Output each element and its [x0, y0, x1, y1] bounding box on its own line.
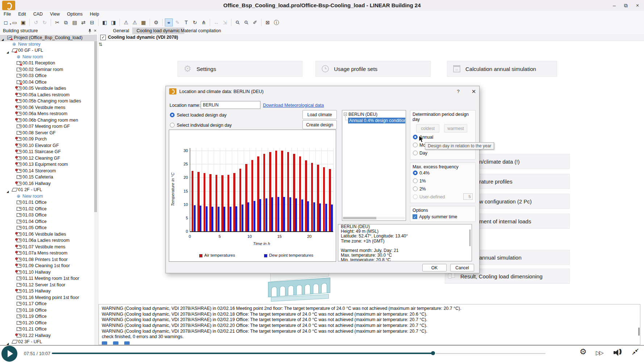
menu-file[interactable]: File	[0, 11, 14, 17]
tree-item[interactable]: 01.18 Office	[0, 307, 97, 314]
tree-item[interactable]: 01.21 Office	[0, 326, 97, 333]
freq-1-radio[interactable]	[413, 178, 418, 183]
tree-item[interactable]: 00.04 Office	[0, 79, 97, 86]
tree-item[interactable]: 00.01 Reception	[0, 60, 97, 67]
volume-icon[interactable]: ))	[614, 349, 624, 357]
tree-item[interactable]: 00.09 Porch	[0, 136, 97, 143]
settings-button[interactable]: ⚙ Settings	[177, 61, 302, 77]
menu-edit[interactable]: Edit	[14, 11, 30, 17]
tree-item[interactable]: 00.02 Seminar room	[0, 67, 97, 73]
tree-item[interactable]: 00.11 Staircase GF	[0, 149, 97, 155]
log-scrollbar-thumb[interactable]	[638, 328, 640, 336]
minimize-button[interactable]: –	[609, 1, 620, 9]
freq-2-radio[interactable]	[413, 186, 418, 191]
download-meteorological-data-link[interactable]: Download Meteorological data	[263, 103, 324, 108]
delete-icon[interactable]: ⊠	[264, 18, 272, 26]
tree-item[interactable]: 00.08 Server GF	[0, 130, 97, 136]
tree-item[interactable]: 00.14 Storeroom	[0, 168, 97, 174]
panel-left-icon[interactable]: ◧	[101, 18, 109, 26]
tree-item[interactable]: 00.16 Hallway	[0, 181, 97, 187]
tree-item[interactable]: 00.06a Mens restroom	[0, 111, 97, 117]
sidebar-close-icon[interactable]: ×	[94, 28, 97, 33]
tree-item[interactable]: ⊕New room	[0, 193, 97, 200]
hierarchy-icon[interactable]: ⋔	[200, 18, 208, 26]
expand-arrow-icon[interactable]: ◢	[7, 341, 9, 345]
panel-right-icon[interactable]: ◨	[109, 18, 117, 26]
tab-general[interactable]: General	[109, 28, 133, 34]
tree-item[interactable]: 00.06 Vestibule mens	[0, 105, 97, 111]
menu-options[interactable]: Options	[63, 11, 86, 17]
tree-item[interactable]: 01.02 Office	[0, 206, 97, 212]
settings-gear-icon[interactable]: ⚙	[152, 18, 160, 26]
dialog-close-button[interactable]: ✕	[469, 88, 478, 95]
check-warning-a-icon[interactable]: ⚠	[122, 18, 130, 26]
redo-icon[interactable]: ↻	[41, 18, 49, 26]
tree-item[interactable]: ⊕New room	[0, 54, 97, 60]
select-individual-design-day-radio[interactable]	[170, 123, 175, 127]
select-loaded-design-day-radio[interactable]	[170, 113, 175, 117]
tree-item[interactable]: 01.07a Mens restroom	[0, 250, 97, 257]
text-icon[interactable]: T	[182, 18, 190, 26]
close-button[interactable]: ×	[632, 1, 643, 9]
tree-item[interactable]: 01.11 Meeting room 1st floor	[0, 275, 97, 282]
tree-item[interactable]: 01.19 Office	[0, 313, 97, 320]
playback-speed-icon[interactable]: ▷▷	[596, 349, 603, 356]
freq-04-radio[interactable]	[413, 171, 418, 175]
tree-item[interactable]: 01.17 Office	[0, 301, 97, 307]
tree-item[interactable]: 01.16 Meeting point 1st floor	[0, 295, 97, 301]
tree-hscrollbar[interactable]	[343, 217, 405, 219]
warmest-button[interactable]: warmest	[444, 124, 467, 132]
dialog-help-button[interactable]: ?	[454, 89, 463, 94]
tree-item[interactable]: 00.06b Changing room men	[0, 117, 97, 124]
tab-material-compilation[interactable]: Material compilation	[176, 28, 225, 34]
ok-button[interactable]: OK	[422, 264, 447, 272]
dialog-title-bar[interactable]: Location and climate data: BERLIN (DEU) …	[166, 86, 479, 97]
freq-user-defined-radio[interactable]	[413, 194, 418, 199]
apply-summer-time-checkbox[interactable]: ✓	[413, 214, 417, 219]
tree-item[interactable]: 01.09 Cleaning 1st floor	[0, 263, 97, 269]
info-scrollbar-thumb[interactable]	[469, 230, 471, 246]
tree-item[interactable]: 01.15 Hallway	[0, 288, 97, 295]
day-radio[interactable]	[413, 151, 418, 155]
tree-item[interactable]: 00.05 Vestibule ladies	[0, 85, 97, 92]
tree-item[interactable]: 01.06 Vestibule ladies	[0, 231, 97, 238]
tree-item[interactable]: 01.04 Office	[0, 219, 97, 225]
tree-item[interactable]: 00.05b Changing room ladies	[0, 98, 97, 105]
create-design-day-button[interactable]: Create design day	[302, 120, 337, 129]
tree-selected-node[interactable]: Annual 0.4% design conditions (	[348, 118, 405, 123]
restore-button[interactable]: ⧉	[620, 1, 632, 9]
calculation-table-icon[interactable]: ▦	[139, 18, 147, 26]
tree-item[interactable]: 00.15 Cafeteria	[0, 174, 97, 181]
tree-item[interactable]: 01.10 Hallway	[0, 269, 97, 276]
location-info-box[interactable]: BERLIN (DEU)Height: 49 m (MSL)Latitude: …	[338, 224, 472, 261]
info-icon[interactable]: ⓘ	[272, 18, 280, 26]
measure-icon[interactable]: ↔	[212, 18, 220, 26]
copy-icon[interactable]: ⧉	[62, 18, 70, 26]
tree-item[interactable]: 00.13 Equipment room	[0, 161, 97, 168]
tree-item[interactable]: 01.05 Office	[0, 225, 97, 231]
tree-item[interactable]: 00.03 Office	[0, 73, 97, 79]
calculation-annual-simulation-button[interactable]: 31 Calculation annual simulation	[447, 61, 557, 77]
tree-item[interactable]: 01.22 Hallway	[0, 333, 97, 339]
tree-item[interactable]: 01.20 Office	[0, 320, 97, 327]
progress-track[interactable]	[436, 353, 545, 354]
tree-item[interactable]: 01.07 Vestibule mens	[0, 244, 97, 251]
tree-item[interactable]: 01.06a Ladies restroom	[0, 237, 97, 244]
shrink-player-icon[interactable]: ↙↗	[632, 348, 639, 355]
tree-item[interactable]: 01.08 Printers 1st floor	[0, 257, 97, 263]
tree-item[interactable]: ◢Project (Office_Bsp_Cooling_load)	[0, 35, 97, 41]
progress-handle[interactable]	[431, 351, 435, 355]
user-defined-value-input[interactable]: 5	[463, 193, 473, 200]
menu-cad[interactable]: CAD	[30, 11, 46, 17]
tree-item[interactable]: 00.07 Meeting room GF	[0, 123, 97, 130]
menu-help[interactable]: Help	[86, 11, 103, 17]
tree-item[interactable]: 01.01 Office	[0, 199, 97, 206]
cancel-button[interactable]: Cancel	[450, 264, 474, 272]
tree-item[interactable]: 00.12 Cleaning GF	[0, 155, 97, 162]
usage-profile-sets-button[interactable]: Usage profile sets	[315, 61, 431, 77]
cut-icon[interactable]: ✂	[53, 18, 61, 26]
paste-icon[interactable]: ▤	[71, 18, 79, 26]
log-toolbar-icon[interactable]	[113, 341, 118, 345]
print-icon[interactable]: ⊟	[88, 18, 96, 26]
annual-radio[interactable]	[413, 135, 418, 139]
